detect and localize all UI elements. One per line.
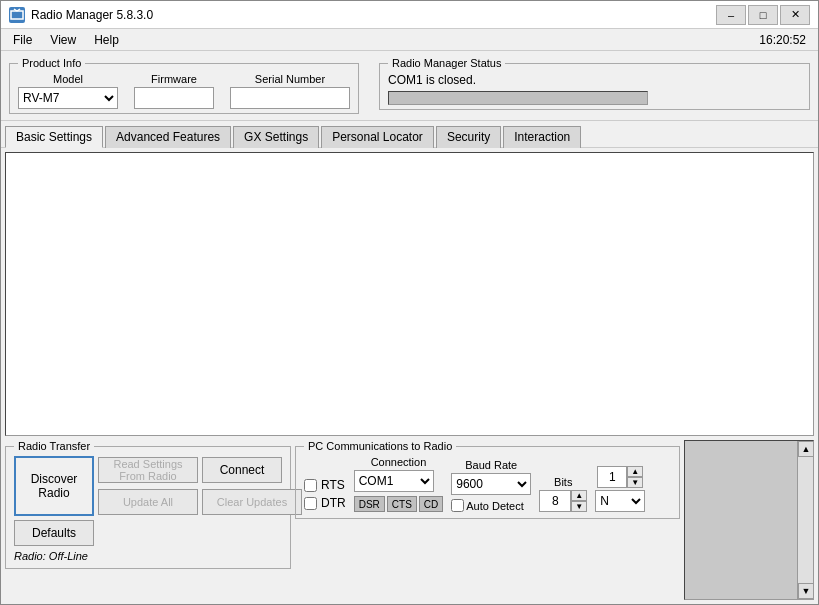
read-settings-button[interactable]: Read Settings From Radio — [98, 457, 198, 483]
product-fields: Model RV-M7 Firmware Serial Number — [18, 73, 350, 109]
dsr-indicator[interactable]: DSR — [354, 496, 385, 512]
connection-label: Connection — [354, 456, 444, 468]
dtr-label: DTR — [321, 496, 346, 510]
window-controls: – □ ✕ — [716, 5, 810, 25]
rts-label: RTS — [321, 478, 345, 492]
rts-row: RTS — [304, 478, 346, 492]
rts-checkbox[interactable] — [304, 479, 317, 492]
dtr-row: DTR — [304, 496, 346, 510]
signal-indicators: DSR CTS CD — [354, 496, 444, 512]
connection-field: Connection COM1 COM2 COM3 DSR CTS CD — [354, 456, 444, 512]
tab-security[interactable]: Security — [436, 126, 501, 148]
tab-personal-locator[interactable]: Personal Locator — [321, 126, 434, 148]
firmware-field-group: Firmware — [134, 73, 214, 109]
serial-field-group: Serial Number — [230, 73, 350, 109]
window-title: Radio Manager 5.8.3.0 — [31, 8, 153, 22]
status-progress-bar — [388, 91, 648, 105]
title-bar-left: Radio Manager 5.8.3.0 — [9, 7, 153, 23]
tab-advanced-features[interactable]: Advanced Features — [105, 126, 231, 148]
status-legend: Radio Manager Status — [388, 57, 505, 69]
menu-file[interactable]: File — [5, 31, 40, 49]
bits-down-button[interactable]: ▼ — [571, 501, 587, 512]
number-spin-buttons: ▲ ▼ — [627, 466, 643, 488]
model-field-group: Model RV-M7 — [18, 73, 118, 109]
auto-detect-row: Auto Detect — [451, 499, 531, 512]
pc-comms-group: PC Communications to Radio RTS DTR — [295, 440, 680, 519]
serial-input[interactable] — [230, 87, 350, 109]
defaults-button[interactable]: Defaults — [14, 520, 94, 546]
radio-transfer-group: Radio Transfer Discover Radio Read Setti… — [5, 440, 291, 569]
number-down-button[interactable]: ▼ — [627, 477, 643, 488]
number-input[interactable] — [597, 466, 627, 488]
radio-transfer-legend: Radio Transfer — [14, 440, 94, 452]
menu-items: File View Help — [5, 31, 127, 49]
number-spinner-group: ▲ ▼ — [597, 466, 643, 488]
menu-view[interactable]: View — [42, 31, 84, 49]
product-area: Product Info Model RV-M7 Firmware Serial… — [1, 51, 818, 121]
tab-gx-settings[interactable]: GX Settings — [233, 126, 319, 148]
menu-help[interactable]: Help — [86, 31, 127, 49]
baud-label: Baud Rate — [451, 459, 531, 471]
clock: 16:20:52 — [759, 33, 814, 47]
bits-label: Bits — [539, 476, 587, 488]
product-info-group: Product Info Model RV-M7 Firmware Serial… — [9, 57, 359, 114]
rts-dtr-group: RTS DTR — [304, 478, 346, 510]
number-field: ▲ ▼ N E O — [595, 466, 645, 512]
model-label: Model — [18, 73, 118, 85]
right-panel-scrollbar: ▲ ▼ — [797, 441, 813, 599]
bits-field: Bits ▲ ▼ — [539, 476, 587, 512]
dtr-checkbox[interactable] — [304, 497, 317, 510]
firmware-label: Firmware — [134, 73, 214, 85]
main-window: Radio Manager 5.8.3.0 – □ ✕ File View He… — [0, 0, 819, 605]
cts-indicator[interactable]: CTS — [387, 496, 417, 512]
update-all-button[interactable]: Update All — [98, 489, 198, 515]
serial-label: Serial Number — [230, 73, 350, 85]
auto-detect-checkbox[interactable] — [451, 499, 464, 512]
cd-indicator[interactable]: CD — [419, 496, 443, 512]
bits-spinner-group: ▲ ▼ — [539, 490, 587, 512]
app-icon — [9, 7, 25, 23]
connection-select[interactable]: COM1 COM2 COM3 — [354, 470, 434, 492]
pc-comms-legend: PC Communications to Radio — [304, 440, 456, 452]
bits-input[interactable] — [539, 490, 571, 512]
scroll-down-button[interactable]: ▼ — [798, 583, 814, 599]
bottom-area: Radio Transfer Discover Radio Read Setti… — [5, 440, 814, 600]
tab-interaction[interactable]: Interaction — [503, 126, 581, 148]
baud-field: Baud Rate 9600 19200 38400 57600 Auto De… — [451, 459, 531, 512]
baud-select[interactable]: 9600 19200 38400 57600 — [451, 473, 531, 495]
tabs: Basic Settings Advanced Features GX Sett… — [1, 121, 818, 147]
status-text: COM1 is closed. — [388, 73, 801, 87]
main-content-area — [5, 152, 814, 436]
maximize-button[interactable]: □ — [748, 5, 778, 25]
clear-updates-button[interactable]: Clear Updates — [202, 489, 302, 515]
tab-basic-settings[interactable]: Basic Settings — [5, 126, 103, 148]
minimize-button[interactable]: – — [716, 5, 746, 25]
connect-button[interactable]: Connect — [202, 457, 282, 483]
radio-status-text: Radio: Off-Line — [14, 550, 282, 562]
svg-rect-0 — [11, 11, 23, 19]
model-select[interactable]: RV-M7 — [18, 87, 118, 109]
menu-bar: File View Help 16:20:52 — [1, 29, 818, 51]
bits-spin-buttons: ▲ ▼ — [571, 490, 587, 512]
scroll-up-button[interactable]: ▲ — [798, 441, 814, 457]
product-info-legend: Product Info — [18, 57, 85, 69]
title-bar: Radio Manager 5.8.3.0 – □ ✕ — [1, 1, 818, 29]
close-button[interactable]: ✕ — [780, 5, 810, 25]
bits-up-button[interactable]: ▲ — [571, 490, 587, 501]
right-panel: ▲ ▼ — [684, 440, 814, 600]
discover-radio-button[interactable]: Discover Radio — [14, 456, 94, 516]
tabs-area: Basic Settings Advanced Features GX Sett… — [1, 121, 818, 148]
status-group: Radio Manager Status COM1 is closed. — [379, 57, 810, 110]
auto-detect-label: Auto Detect — [466, 500, 523, 512]
firmware-input[interactable] — [134, 87, 214, 109]
n-select[interactable]: N E O — [595, 490, 645, 512]
number-up-button[interactable]: ▲ — [627, 466, 643, 477]
